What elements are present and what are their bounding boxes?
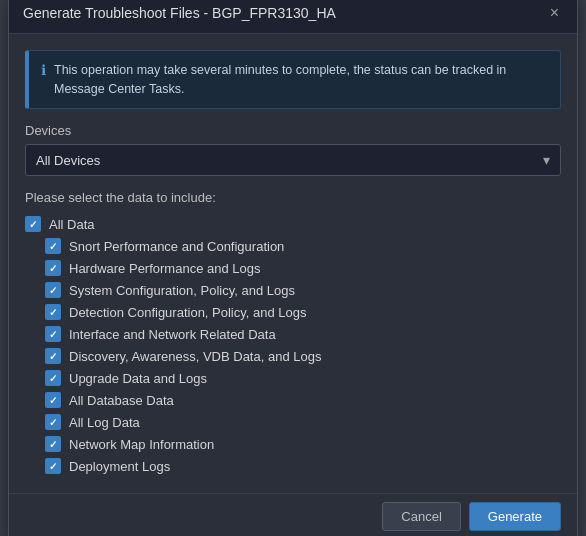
checkbox-label-interface: Interface and Network Related Data [69, 327, 276, 342]
checkbox-item-network-map[interactable]: Network Map Information [45, 433, 561, 455]
checkbox-item-system-config[interactable]: System Configuration, Policy, and Logs [45, 279, 561, 301]
checkbox-label-all-data: All Data [49, 217, 95, 232]
dialog-body: ℹ This operation may take several minute… [9, 34, 577, 490]
checkbox-label-network-map: Network Map Information [69, 437, 214, 452]
selection-prompt: Please select the data to include: [25, 190, 561, 205]
checkbox-label-log-data: All Log Data [69, 415, 140, 430]
checkbox-icon-system-config [45, 282, 61, 298]
checkbox-icon-detection-config [45, 304, 61, 320]
checkbox-label-upgrade: Upgrade Data and Logs [69, 371, 207, 386]
checkbox-item-upgrade[interactable]: Upgrade Data and Logs [45, 367, 561, 389]
checkbox-icon-upgrade [45, 370, 61, 386]
checkbox-label-hardware: Hardware Performance and Logs [69, 261, 261, 276]
checkbox-item-snort[interactable]: Snort Performance and Configuration [45, 235, 561, 257]
info-icon: ℹ [41, 62, 46, 78]
devices-section: Devices All Devices ▾ [25, 123, 561, 176]
checkbox-icon-network-map [45, 436, 61, 452]
dialog-header: Generate Troubleshoot Files - BGP_FPR313… [9, 0, 577, 34]
dialog-container: Generate Troubleshoot Files - BGP_FPR313… [8, 0, 578, 536]
dropdown-arrow-icon: ▾ [543, 152, 550, 168]
checkbox-icon-database [45, 392, 61, 408]
dialog-footer: Cancel Generate [9, 493, 577, 536]
info-text: This operation may take several minutes … [54, 61, 548, 99]
checkbox-label-system-config: System Configuration, Policy, and Logs [69, 283, 295, 298]
checkbox-icon-interface [45, 326, 61, 342]
checkbox-label-snort: Snort Performance and Configuration [69, 239, 284, 254]
generate-button[interactable]: Generate [469, 502, 561, 531]
checkbox-item-hardware[interactable]: Hardware Performance and Logs [45, 257, 561, 279]
cancel-button[interactable]: Cancel [382, 502, 460, 531]
checkboxes-list: All DataSnort Performance and Configurat… [25, 213, 561, 477]
info-box: ℹ This operation may take several minute… [25, 50, 561, 110]
checkbox-item-log-data[interactable]: All Log Data [45, 411, 561, 433]
devices-selected-value: All Devices [36, 153, 100, 168]
checkbox-icon-deployment [45, 458, 61, 474]
checkbox-icon-snort [45, 238, 61, 254]
checkbox-item-discovery[interactable]: Discovery, Awareness, VDB Data, and Logs [45, 345, 561, 367]
checkbox-icon-hardware [45, 260, 61, 276]
close-button[interactable]: × [546, 3, 563, 23]
checkbox-label-database: All Database Data [69, 393, 174, 408]
checkbox-item-database[interactable]: All Database Data [45, 389, 561, 411]
checkbox-label-discovery: Discovery, Awareness, VDB Data, and Logs [69, 349, 321, 364]
checkbox-label-deployment: Deployment Logs [69, 459, 170, 474]
checkbox-item-detection-config[interactable]: Detection Configuration, Policy, and Log… [45, 301, 561, 323]
devices-dropdown[interactable]: All Devices ▾ [25, 144, 561, 176]
checkbox-label-detection-config: Detection Configuration, Policy, and Log… [69, 305, 307, 320]
checkbox-icon-all-data [25, 216, 41, 232]
dialog-title: Generate Troubleshoot Files - BGP_FPR313… [23, 5, 336, 21]
checkbox-item-interface[interactable]: Interface and Network Related Data [45, 323, 561, 345]
devices-label: Devices [25, 123, 561, 138]
checkbox-item-deployment[interactable]: Deployment Logs [45, 455, 561, 477]
checkbox-item-all-data[interactable]: All Data [25, 213, 561, 235]
checkbox-icon-discovery [45, 348, 61, 364]
checkbox-icon-log-data [45, 414, 61, 430]
